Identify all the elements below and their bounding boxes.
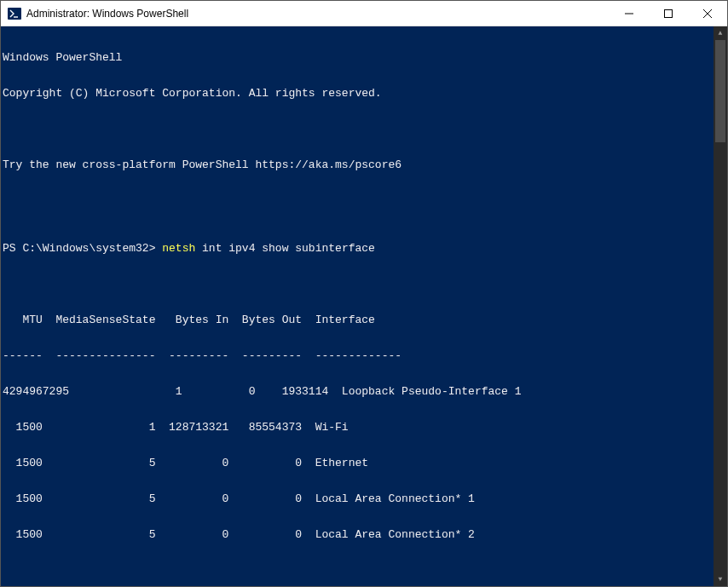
banner-line: Windows PowerShell bbox=[3, 52, 727, 64]
svg-rect-3 bbox=[665, 9, 673, 17]
table-row: 1500 5 0 0 Local Area Connection* 2 bbox=[3, 529, 727, 541]
table-row: 1500 5 0 0 Local Area Connection* 1 bbox=[3, 493, 727, 505]
svg-rect-0 bbox=[8, 8, 21, 20]
banner-line: Try the new cross-platform PowerShell ht… bbox=[3, 159, 727, 171]
svg-line-5 bbox=[703, 9, 712, 18]
command-args: int ipv4 show subinterface bbox=[195, 242, 375, 255]
titlebar[interactable]: Administrator: Windows PowerShell bbox=[1, 1, 727, 26]
window-controls bbox=[610, 1, 727, 26]
table-row: 4294967295 1 0 1933114 Loopback Pseudo-I… bbox=[3, 386, 727, 398]
scrollbar-thumb[interactable] bbox=[715, 40, 725, 142]
scroll-down-button[interactable]: ▼ bbox=[714, 573, 727, 586]
prompt-line: PS C:\Windows\system32> netsh int ipv4 s… bbox=[3, 243, 727, 255]
scroll-up-button[interactable]: ▲ bbox=[714, 26, 727, 40]
table-row: 1500 1 128713321 85554373 Wi-Fi bbox=[3, 422, 727, 434]
command-exe: netsh bbox=[162, 242, 195, 255]
svg-line-4 bbox=[703, 9, 712, 18]
window-title: Administrator: Windows PowerShell bbox=[26, 8, 610, 20]
blank-line bbox=[3, 565, 727, 577]
powershell-window: Administrator: Windows PowerShell Window… bbox=[0, 0, 728, 587]
table-header: MTU MediaSenseState Bytes In Bytes Out I… bbox=[3, 314, 727, 326]
minimize-button[interactable] bbox=[610, 1, 649, 26]
blank-line bbox=[3, 195, 727, 207]
powershell-icon bbox=[8, 7, 21, 20]
blank-line bbox=[3, 279, 727, 291]
scrollbar[interactable]: ▲ ▼ bbox=[714, 26, 727, 586]
table-row: 1500 5 0 0 Ethernet bbox=[3, 458, 727, 469]
scrollbar-track[interactable] bbox=[714, 40, 727, 573]
table-divider: ------ --------------- --------- -------… bbox=[3, 350, 727, 362]
terminal-pane[interactable]: Windows PowerShell Copyright (C) Microso… bbox=[1, 26, 727, 586]
prompt: PS C:\Windows\system32> bbox=[3, 242, 162, 255]
maximize-button[interactable] bbox=[649, 1, 688, 26]
blank-line bbox=[3, 124, 727, 135]
banner-line: Copyright (C) Microsoft Corporation. All… bbox=[3, 88, 727, 100]
close-button[interactable] bbox=[688, 1, 727, 26]
